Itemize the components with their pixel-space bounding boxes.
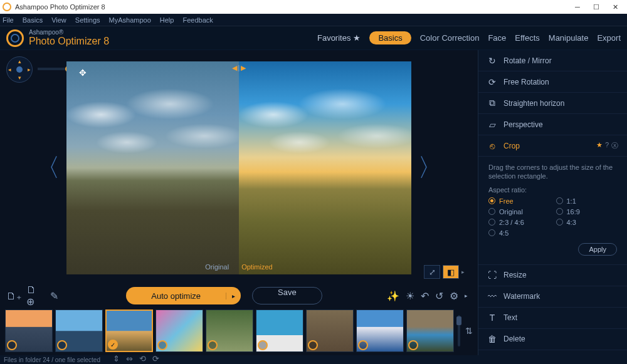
next-image-button[interactable]: 〉 [411, 150, 449, 185]
prev-image-button[interactable]: 〈 [29, 150, 66, 185]
tools-dropdown[interactable]: ▸ [465, 293, 468, 299]
thumbnail-strip: ⇅ [0, 306, 478, 355]
add-folder-icon[interactable]: 🗋⊕ [26, 288, 41, 303]
status-text: Files in folder 24 / one file selected [4, 356, 100, 363]
undo-icon[interactable]: ↶ [421, 290, 429, 302]
brand-sup: Ashampoo® [29, 29, 109, 36]
ratio-2-3[interactable]: 2:3 / 4:6 [488, 219, 550, 226]
ratio-original[interactable]: Original [488, 208, 550, 216]
brandbar: Ashampoo® Photo Optimizer 8 Favorites ★ … [0, 26, 627, 50]
brightness-icon[interactable]: ☀ [406, 290, 414, 302]
thumbnail-selected[interactable] [105, 309, 153, 352]
menu-help[interactable]: Help [160, 16, 174, 24]
favorites-button[interactable]: Favorites ★ [317, 33, 361, 43]
ratio-4-3[interactable]: 4:3 [556, 219, 618, 226]
star-icon: ★ [353, 33, 361, 43]
crop-icon: ⎋ [487, 141, 497, 151]
thumbnail[interactable] [356, 309, 404, 352]
menu-myashampoo[interactable]: MyAshampoo [109, 16, 151, 24]
expand-horiz-icon[interactable]: ⇔ [126, 354, 133, 363]
compare-divider-handle[interactable]: ◀|▶ [232, 64, 246, 72]
panel-delete[interactable]: 🗑Delete [478, 329, 627, 350]
favorite-star-icon[interactable]: ★ [596, 141, 603, 150]
add-file-icon[interactable]: 🗋₊ [6, 288, 21, 303]
menu-settings[interactable]: Settings [75, 16, 100, 24]
ratio-16-9[interactable]: 16:9 [556, 208, 618, 216]
tab-basics[interactable]: Basics [369, 31, 411, 44]
rotate-icon: ↻ [487, 56, 497, 66]
thumbnail[interactable] [5, 309, 53, 352]
thumbnail[interactable] [55, 309, 103, 352]
panel-resize[interactable]: ⛶Resize [478, 265, 627, 286]
auto-optimize-dropdown[interactable]: ▸ [226, 293, 241, 299]
horizon-icon: ⧉ [487, 98, 497, 108]
redo-icon[interactable]: ↺ [435, 290, 443, 302]
tab-face[interactable]: Face [488, 33, 506, 43]
panel-text[interactable]: TText [478, 308, 627, 329]
original-label: Original [205, 263, 229, 271]
sort-icon[interactable]: ⇅ [465, 326, 473, 336]
compare-view[interactable]: ✥ ◀|▶ Original Optimized [66, 61, 411, 274]
menu-basics[interactable]: Basics [23, 16, 43, 24]
rotate-right-icon[interactable]: ⟳ [152, 354, 159, 363]
minimize-button[interactable]: ─ [568, 3, 587, 11]
apply-button[interactable]: Apply [578, 243, 617, 256]
tab-manipulate[interactable]: Manipulate [549, 33, 589, 43]
thumbnail[interactable] [406, 309, 454, 352]
ratio-1-1[interactable]: 1:1 [556, 197, 618, 205]
delete-icon: 🗑 [487, 334, 497, 344]
panel-perspective[interactable]: ▱Perspective [478, 114, 627, 135]
pan-joystick[interactable]: ▴▾◂▸ [6, 56, 33, 83]
window-titlebar: Ashampoo Photo Optimizer 8 ─ ☐ ✕ [0, 0, 627, 14]
thumbnail[interactable] [256, 309, 303, 352]
settings-gear-icon[interactable]: ⚙ [450, 290, 458, 302]
thumbnail[interactable] [155, 309, 203, 352]
crop-options-panel: Drag the corners to adjust the size of t… [478, 157, 627, 265]
aspect-ratio-label: Aspect ratio: [488, 186, 617, 194]
window-title: Ashampoo Photo Optimizer 8 [15, 3, 105, 11]
resize-icon: ⛶ [487, 270, 497, 280]
action-toolbar: 🗋₊ 🗋⊕ ✎ Auto optimize ▸ Save ✨ ☀ ↶ ↺ ⚙ ▸ [0, 285, 478, 306]
auto-optimize-button[interactable]: Auto optimize ▸ [126, 287, 241, 304]
zoom-slider[interactable] [38, 68, 69, 70]
brand-logo-icon [6, 29, 24, 47]
menu-feedback[interactable]: Feedback [182, 16, 213, 24]
move-cursor-icon: ✥ [79, 68, 87, 78]
tab-color-correction[interactable]: Color Correction [420, 33, 480, 43]
thumb-scrollbar[interactable] [458, 315, 460, 346]
brand-main: Photo Optimizer 8 [29, 36, 109, 47]
panel-free-rotation[interactable]: ⟳Free Rotation [478, 71, 627, 93]
compare-mode-button[interactable]: ◧ [443, 265, 459, 279]
help-icon[interactable]: ? [605, 141, 609, 150]
save-button[interactable]: Save [252, 287, 322, 304]
fullscreen-button[interactable]: ⤢ [424, 265, 440, 279]
statusbar: Files in folder 24 / one file selected [0, 355, 627, 364]
panel-crop[interactable]: ⎋ Crop ★?ⓧ [478, 135, 627, 157]
ratio-4-5[interactable]: 4:5 [488, 229, 550, 237]
view-mode-dropdown[interactable]: ▸ [461, 269, 468, 275]
thumbnail[interactable] [206, 309, 253, 352]
expand-vert-icon[interactable]: ⇕ [113, 354, 120, 363]
thumbnail[interactable] [306, 309, 354, 352]
panel-straighten[interactable]: ⧉Straighten horizon [478, 93, 627, 114]
tab-effects[interactable]: Effects [515, 33, 540, 43]
panel-rotate-mirror[interactable]: ↻Rotate / Mirror [478, 50, 627, 71]
rotate-left-icon[interactable]: ⟲ [139, 354, 146, 363]
tab-export[interactable]: Export [597, 33, 621, 43]
magic-wand-icon[interactable]: ✨ [387, 290, 399, 302]
brush-icon[interactable]: ✎ [46, 288, 61, 303]
app-logo-icon [3, 3, 11, 11]
menubar: File Basics View Settings MyAshampoo Hel… [0, 14, 627, 26]
close-button[interactable]: ✕ [606, 3, 624, 11]
perspective-icon: ▱ [487, 120, 497, 130]
menu-view[interactable]: View [51, 16, 66, 24]
text-icon: T [487, 313, 497, 323]
ratio-free[interactable]: Free [488, 197, 550, 205]
watermark-icon: 〰 [487, 291, 497, 301]
free-rotation-icon: ⟳ [487, 77, 497, 87]
close-panel-icon[interactable]: ⓧ [611, 141, 618, 150]
maximize-button[interactable]: ☐ [587, 3, 606, 11]
panel-watermark[interactable]: 〰Watermark [478, 286, 627, 308]
menu-file[interactable]: File [3, 16, 14, 24]
right-panel: ↻Rotate / Mirror ⟳Free Rotation ⧉Straigh… [478, 50, 627, 355]
